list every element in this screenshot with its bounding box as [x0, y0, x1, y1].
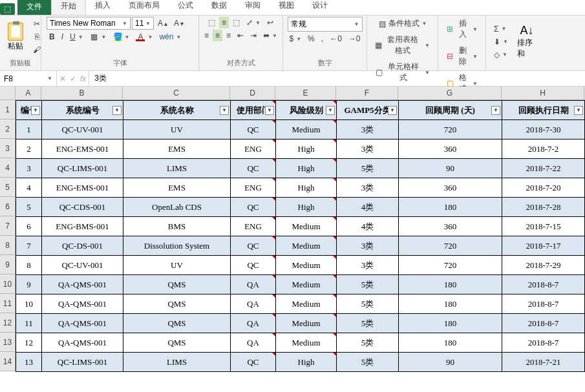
- table-cell[interactable]: 2018-8-7: [502, 275, 585, 294]
- clear-button[interactable]: ◇▼: [491, 49, 511, 61]
- bold-button[interactable]: B: [47, 31, 58, 43]
- insert-cells-button[interactable]: ⊞插入▼: [443, 17, 480, 41]
- table-cell[interactable]: 2018-7-21: [502, 353, 585, 372]
- table-cell[interactable]: 12: [16, 333, 42, 353]
- table-cell[interactable]: ENG-BMS-001: [42, 217, 123, 236]
- paste-button[interactable]: 粘贴: [4, 20, 27, 54]
- table-cell[interactable]: Medium: [276, 217, 337, 236]
- table-cell[interactable]: High: [276, 178, 337, 198]
- cond-format-button[interactable]: ▤条件格式▼: [376, 17, 430, 30]
- cancel-icon[interactable]: ✕: [59, 74, 66, 83]
- table-cell[interactable]: QA-QMS-001: [42, 333, 123, 353]
- table-cell[interactable]: 2018-7-28: [502, 198, 585, 217]
- table-cell[interactable]: QC-LIMS-001: [42, 159, 123, 178]
- filter-button[interactable]: ▼: [491, 106, 500, 115]
- table-cell[interactable]: QA-QMS-001: [42, 275, 123, 294]
- filter-button[interactable]: ▼: [220, 106, 229, 115]
- table-cell[interactable]: Medium: [276, 236, 337, 256]
- table-cell[interactable]: 2018-7-30: [502, 120, 585, 139]
- table-cell[interactable]: Medium: [276, 256, 337, 275]
- select-all-corner[interactable]: [0, 87, 16, 99]
- number-format-combo[interactable]: 常规▼: [288, 17, 363, 32]
- dec-decimal-button[interactable]: →0: [346, 33, 363, 45]
- table-cell[interactable]: 4: [16, 178, 42, 198]
- worksheet[interactable]: ABCDEFGH 1234567891011121314 编号▼系统编号▼系统名…: [0, 87, 585, 372]
- grow-font-button[interactable]: A▴: [155, 17, 170, 29]
- table-cell[interactable]: ENG: [231, 217, 276, 236]
- table-cell[interactable]: 5类: [337, 314, 399, 333]
- filter-button[interactable]: ▼: [112, 106, 122, 115]
- table-cell[interactable]: 2018-7-22: [502, 159, 585, 178]
- autosum-button[interactable]: Σ▼: [491, 23, 511, 35]
- row-header-11[interactable]: 11: [0, 294, 16, 313]
- table-cell[interactable]: 360: [399, 217, 502, 236]
- table-cell[interactable]: 1: [16, 120, 42, 139]
- table-cell[interactable]: QC: [231, 198, 276, 217]
- table-cell[interactable]: 5类: [337, 294, 399, 314]
- row-header-5[interactable]: 5: [0, 178, 16, 197]
- table-cell[interactable]: QA: [231, 333, 276, 353]
- table-cell[interactable]: QC-CDS-001: [42, 198, 123, 217]
- table-cell[interactable]: High: [276, 139, 337, 159]
- table-cell[interactable]: 2018-7-2: [502, 139, 585, 159]
- align-right-button[interactable]: ≡: [224, 30, 233, 41]
- table-cell[interactable]: 180: [399, 294, 502, 314]
- align-middle-button[interactable]: ≡: [219, 17, 229, 28]
- table-cell[interactable]: QC: [231, 159, 276, 178]
- table-cell[interactable]: 2018-8-7: [502, 294, 585, 314]
- font-color-button[interactable]: A▼: [133, 31, 155, 43]
- table-cell[interactable]: ENG-EMS-001: [42, 178, 123, 198]
- table-cell[interactable]: 180: [399, 314, 502, 333]
- table-cell[interactable]: 5类: [337, 159, 399, 178]
- table-cell[interactable]: 2018-8-7: [502, 333, 585, 353]
- table-cell[interactable]: 8: [16, 256, 42, 275]
- table-cell[interactable]: 2018-7-15: [502, 217, 585, 236]
- menu-tab-页面布局[interactable]: 页面布局: [120, 0, 169, 15]
- table-cell[interactable]: Medium: [276, 314, 337, 333]
- table-cell[interactable]: QC-DS-001: [42, 236, 123, 256]
- table-cell[interactable]: QA: [231, 294, 276, 314]
- table-cell[interactable]: QC-LIMS-001: [42, 353, 123, 372]
- table-cell[interactable]: EMS: [123, 139, 231, 159]
- col-header-C[interactable]: C: [123, 87, 230, 99]
- font-name-combo[interactable]: Times New Roman▼: [47, 17, 131, 30]
- table-cell[interactable]: 11: [16, 314, 42, 333]
- table-cell[interactable]: High: [276, 159, 337, 178]
- table-cell[interactable]: Medium: [276, 333, 337, 353]
- table-cell[interactable]: QMS: [123, 314, 231, 333]
- table-cell[interactable]: QC: [231, 236, 276, 256]
- table-cell[interactable]: 360: [399, 178, 502, 198]
- delete-cells-button[interactable]: ⊟删除▼: [443, 44, 480, 68]
- table-cell[interactable]: 5类: [337, 353, 399, 372]
- table-cell[interactable]: 3类: [337, 236, 399, 256]
- table-cell[interactable]: 3类: [337, 120, 399, 139]
- table-cell[interactable]: QMS: [123, 275, 231, 294]
- italic-button[interactable]: I: [59, 31, 66, 43]
- table-cell[interactable]: QC: [231, 353, 276, 372]
- table-cell[interactable]: ENG-EMS-001: [42, 139, 123, 159]
- align-left-button[interactable]: ≡: [202, 30, 211, 41]
- filter-button[interactable]: ▼: [31, 106, 40, 115]
- wrap-text-button[interactable]: ↩: [264, 17, 276, 28]
- row-header-3[interactable]: 3: [0, 139, 16, 158]
- row-header-1[interactable]: 1: [0, 100, 16, 119]
- table-cell[interactable]: QC: [231, 256, 276, 275]
- border-button[interactable]: ▦▼: [87, 31, 109, 43]
- table-cell[interactable]: Medium: [276, 120, 337, 139]
- row-header-9[interactable]: 9: [0, 255, 16, 274]
- table-cell[interactable]: 5: [16, 198, 42, 217]
- table-cell[interactable]: UV: [123, 120, 231, 139]
- row-header-4[interactable]: 4: [0, 158, 16, 178]
- table-cell[interactable]: 720: [399, 120, 502, 139]
- table-cell[interactable]: 180: [399, 333, 502, 353]
- table-cell[interactable]: QMS: [123, 294, 231, 314]
- file-tab[interactable]: 文件: [17, 0, 51, 15]
- table-cell[interactable]: QC-UV-001: [42, 256, 123, 275]
- table-cell[interactable]: 2: [16, 139, 42, 159]
- table-cell[interactable]: QA-QMS-001: [42, 314, 123, 333]
- row-header-14[interactable]: 14: [0, 352, 16, 371]
- col-header-H[interactable]: H: [502, 87, 584, 99]
- table-cell[interactable]: 5类: [337, 275, 399, 294]
- table-cell[interactable]: 3类: [337, 139, 399, 159]
- shrink-font-button[interactable]: A▾: [171, 17, 186, 29]
